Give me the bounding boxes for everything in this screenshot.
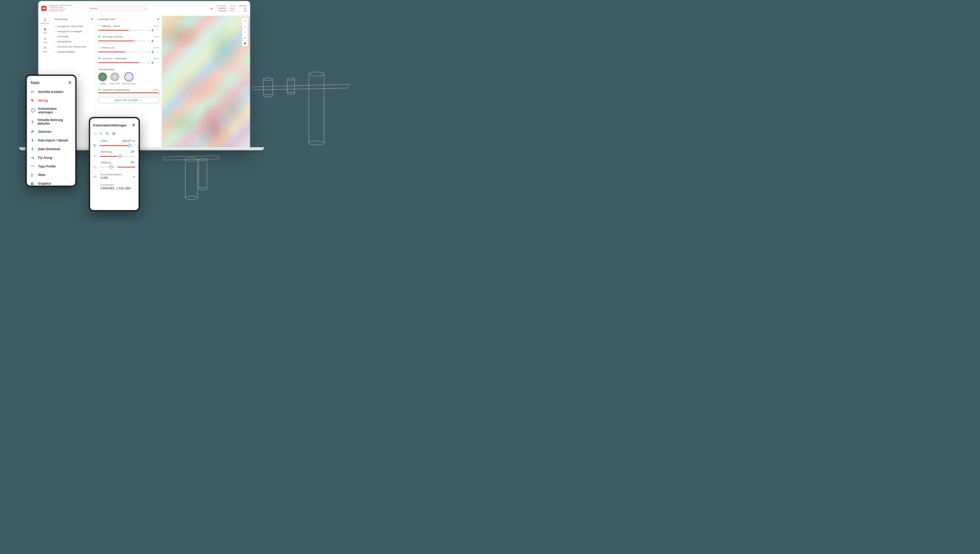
height-label: Height	[230, 5, 235, 7]
tool-item[interactable]: ▯Stats	[30, 171, 72, 179]
more-icon[interactable]: ⋮	[156, 29, 159, 32]
svg-point-12	[185, 158, 197, 161]
compass-button[interactable]: ✱	[242, 41, 248, 46]
cam-direction-slider[interactable]	[100, 156, 135, 157]
tool-item[interactable]: ⇩Data Download	[30, 145, 72, 153]
more-icon[interactable]: ⋮	[156, 39, 159, 43]
zoom-out-button[interactable]: −	[242, 29, 248, 35]
catalog-item[interactable]: ›Geologische Kartenwerke	[52, 24, 95, 29]
layer-row: 👁GeoCover - Vektordaten86 %⌕🗑⋮	[95, 56, 162, 66]
zoom-to-icon[interactable]: ⌕	[148, 61, 149, 64]
svg-point-9	[287, 92, 294, 94]
eye-icon[interactable]: 👁	[98, 57, 101, 60]
angle-label: Angle	[230, 7, 235, 10]
close-icon[interactable]: ✕	[68, 80, 72, 86]
bg-opacity-row: 👁 Deckkraft Hintergrundkarte 100 %	[95, 87, 162, 95]
svg-point-4	[263, 78, 272, 80]
tool-item[interactable]: ⇩Virtuelle Bohrung abteufen	[30, 117, 72, 127]
bg-option[interactable]: Seen & Flüsse	[122, 72, 135, 85]
add-kml-button[interactable]: Eigene KML hinzufügen ⇪	[98, 97, 159, 103]
confederation-text: Schweizerische Eidgenossenschaft Confédé…	[48, 5, 73, 12]
camera-title: Kameraeinstellungen	[93, 123, 127, 127]
tool-item[interactable]: ✎Slicing	[30, 97, 72, 104]
tool-label: Kommentare anbringen	[38, 107, 71, 114]
nav-share[interactable]: ⇱ Share	[43, 46, 48, 53]
camera-button[interactable]: ▭	[242, 35, 248, 41]
catalog-item[interactable]: ›Naturgefahren	[52, 39, 95, 44]
search-icon[interactable]: ⌕	[145, 6, 146, 10]
tool-item[interactable]: ⇪Data Import / Upload	[30, 137, 72, 144]
eye-icon[interactable]: ⦸	[98, 46, 100, 49]
coords-label: Coordinates	[216, 5, 227, 7]
catalog-header: Datenkatalog ✕	[52, 16, 95, 23]
layer-name: GeoCover - Vektordaten	[102, 57, 152, 60]
close-icon[interactable]: ✕	[91, 18, 93, 21]
tool-icon: 〰	[31, 164, 35, 169]
zoom-to-icon[interactable]: ⌕	[148, 50, 149, 54]
height-icon: ⇅	[93, 143, 98, 148]
tool-item[interactable]: ⇝Fly-Along	[30, 154, 72, 162]
zoom-in-button[interactable]: +	[242, 18, 248, 24]
share-icon: ⇱	[44, 46, 47, 50]
zoom-to-icon[interactable]: ⌕	[148, 39, 149, 43]
catalog-item[interactable]: ›Hintergrunddaten	[52, 49, 95, 54]
cam-preset-2-icon[interactable]: ⎌	[100, 131, 102, 136]
tool-item[interactable]: ✂Schnitte erstellen	[30, 88, 72, 96]
map-viewport[interactable]: + ⌂ − ▭ ✱	[162, 16, 250, 149]
tool-item[interactable]: ◐Graphics	[30, 180, 72, 187]
catalog-item-label: Geologische Grundlagen	[57, 30, 83, 33]
close-icon[interactable]: ✕	[157, 18, 159, 21]
layer-opacity-slider[interactable]	[98, 30, 146, 31]
zoom-to-icon[interactable]: ⌕	[148, 29, 149, 32]
delete-icon[interactable]: 🗑	[151, 39, 154, 43]
cam-crs-select[interactable]: ▭ Koordinatensystem LV95 ▼	[93, 172, 135, 181]
layer-opacity-slider[interactable]	[98, 62, 146, 63]
catalog-item[interactable]: ›Geologische Grundlagen	[52, 29, 95, 34]
tool-label: Fly-Along	[38, 156, 52, 159]
catalog-item-label: Geoenergie	[57, 35, 69, 38]
cam-crs-label: Koordinatensystem	[100, 173, 130, 176]
layer-opacity-slider[interactable]	[98, 41, 146, 41]
cam-preset-1-icon[interactable]: ⌂	[94, 131, 97, 136]
home-button[interactable]: ⌂	[242, 24, 248, 29]
bg-opacity-value: 100 %	[152, 89, 159, 91]
map-controls: + ⌂ − ▭ ✱	[242, 18, 248, 46]
bg-option[interactable]: Luftbild	[98, 72, 107, 85]
delete-icon[interactable]: 🗑	[151, 29, 154, 32]
cam-preset-3-icon[interactable]: ↻	[105, 131, 109, 136]
tool-item[interactable]: 💬Kommentare anbringen	[30, 105, 72, 116]
search-box[interactable]: ⌕	[87, 5, 148, 11]
catalog-item[interactable]: ›Geoenergie	[52, 34, 95, 39]
search-input[interactable]	[89, 7, 145, 10]
bg-option-label: Karte Grau	[110, 83, 120, 85]
close-icon[interactable]: ✕	[132, 122, 135, 128]
bg-option[interactable]: Karte Grau	[110, 72, 120, 85]
eye-icon[interactable]: 👁	[98, 35, 101, 38]
nav-tools[interactable]: ✕ Tools	[43, 37, 47, 43]
tool-icon: ◐	[31, 181, 35, 186]
more-icon[interactable]: ⋮	[156, 61, 159, 64]
more-icon[interactable]: ⋮	[156, 50, 159, 54]
nav-dashboard[interactable]: ☰ Dashboard	[41, 18, 49, 24]
nav-data[interactable]: ❖ Data	[43, 27, 47, 34]
tool-item[interactable]: 〰Topo Profile	[30, 162, 72, 170]
eye-icon[interactable]: ⦸	[98, 24, 100, 27]
layer-opacity-slider[interactable]	[98, 52, 146, 53]
chevron-right-icon: ›	[55, 25, 56, 27]
cam-height-slider[interactable]	[100, 145, 135, 146]
bg-opacity-slider[interactable]	[98, 92, 159, 93]
eye-icon[interactable]: 👁	[98, 88, 101, 91]
cam-crs-value: LV95	[100, 176, 130, 180]
app-header: Schweizerische Eidgenossenschaft Confédé…	[38, 1, 250, 16]
coords-east: 2'630'927	[216, 7, 227, 10]
cam-preset-4-icon[interactable]: ⊕	[112, 131, 116, 136]
catalog-item[interactable]: ›Geometrie des Untergrundes	[52, 44, 95, 49]
cam-height-row: Höhe 204'227 m ⇅	[93, 139, 135, 148]
tool-item[interactable]: ✐Zeichnen	[30, 128, 72, 135]
delete-icon[interactable]: 🗑	[151, 61, 154, 64]
cam-tilt-label: Neigung	[101, 161, 111, 164]
delete-icon[interactable]: 🗑	[151, 50, 154, 54]
layer-row: 👁Bohrungen öffentlich76 %⌕🗑⋮	[95, 34, 162, 45]
cam-tilt-slider[interactable]	[100, 167, 135, 167]
tool-icon: ⇪	[31, 138, 35, 143]
